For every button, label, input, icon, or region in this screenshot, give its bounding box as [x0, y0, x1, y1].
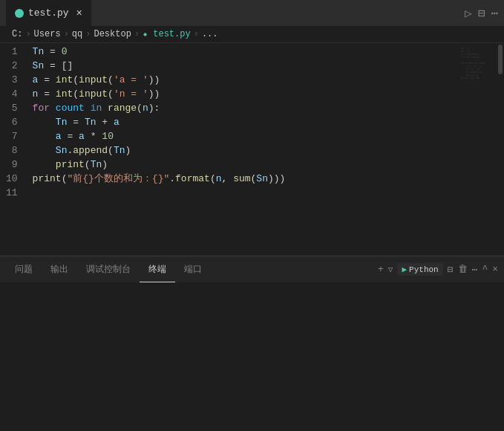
breadcrumb-item[interactable]: C: [12, 29, 22, 39]
run-icon[interactable]: ▷ [465, 6, 472, 21]
breadcrumb-item[interactable]: qq [72, 29, 82, 39]
code-line: n = int(input('n = ')) [33, 87, 459, 101]
code-editor[interactable]: Tn = 0Sn = []a = int(input('a = '))n = i… [27, 43, 459, 256]
panel-tab-problems[interactable]: 问题 [6, 256, 42, 282]
code-line: print("前{}个数的和为：{}".format(n, sum(Sn))) [33, 172, 459, 186]
split-editor-icon[interactable]: ⊟ [478, 6, 485, 21]
line-number: 6 [6, 115, 18, 129]
file-icon [15, 9, 24, 18]
python-icon: ▶ [402, 265, 407, 274]
panel-tabs: 问题 输出 调试控制台 终端 端口 + ▽ ▶ Python ⊟ 🗑 ⋯ ^ × [0, 256, 504, 282]
line-number: 1 [6, 45, 18, 59]
code-line: Tn = Tn + a [33, 115, 459, 129]
panel-delete-icon[interactable]: 🗑 [458, 264, 468, 275]
breadcrumb-sep: › [64, 29, 69, 39]
breadcrumb-item[interactable]: Desktop [94, 29, 131, 39]
breadcrumb-item[interactable]: ⬥ test.py [143, 29, 191, 39]
breadcrumb-sep: › [134, 29, 140, 39]
panel-tab-ports[interactable]: 端口 [175, 256, 211, 282]
line-number: 4 [6, 87, 18, 101]
scrollbar-thumb[interactable] [498, 45, 503, 74]
breadcrumb-sep: › [194, 29, 199, 39]
code-line: a = int(input('a = ')) [33, 73, 459, 87]
panel-tab-debug[interactable]: 调试控制台 [77, 256, 140, 282]
panel-up-icon[interactable]: ^ [482, 264, 488, 275]
panel-body [0, 282, 504, 431]
panel-more-icon[interactable]: ⋯ [472, 264, 478, 276]
line-numbers: 1234567891011 [0, 43, 27, 256]
code-line: a = a * 10 [33, 129, 459, 143]
panel-tab-terminal[interactable]: 终端 [140, 256, 175, 282]
code-line: Sn.append(Tn) [33, 143, 459, 158]
vertical-scrollbar[interactable] [497, 43, 504, 256]
title-bar: test.py × ▷ ⊟ ⋯ [0, 0, 504, 26]
code-line: print(Tn) [33, 158, 459, 172]
panel: 问题 输出 调试控制台 终端 端口 + ▽ ▶ Python ⊟ 🗑 ⋯ ^ × [0, 256, 504, 431]
new-terminal-icon[interactable]: + [378, 264, 384, 275]
title-bar-actions: ▷ ⊟ ⋯ [465, 6, 498, 21]
panel-tab-actions: + ▽ ▶ Python ⊟ 🗑 ⋯ ^ × [378, 263, 498, 276]
editor-area: 1234567891011 Tn = 0Sn = []a = int(input… [0, 43, 504, 256]
breadcrumb-sep: › [25, 29, 30, 39]
line-number: 7 [6, 129, 18, 143]
breadcrumb-item[interactable]: ... [202, 29, 218, 39]
tab-close-button[interactable]: × [76, 7, 82, 19]
minimap-content: Tn = 0 Sn = [] a = int(input( n = int(in… [459, 43, 497, 85]
panel-split-icon[interactable]: ⊟ [448, 264, 454, 276]
code-line: Tn = 0 [33, 45, 459, 59]
line-number: 9 [6, 158, 18, 172]
panel-tab-output[interactable]: 输出 [42, 256, 77, 282]
breadcrumb: C: › Users › qq › Desktop › ⬥ test.py › … [0, 26, 504, 43]
editor-tab[interactable]: test.py × [6, 0, 91, 26]
code-line: Sn = [] [33, 59, 459, 73]
panel-close-icon[interactable]: × [492, 264, 498, 275]
more-actions-icon[interactable]: ⋯ [491, 6, 498, 21]
line-number: 11 [6, 186, 18, 200]
line-number: 10 [6, 172, 18, 186]
code-line: for count in range(n): [33, 101, 459, 115]
split-terminal-icon[interactable]: ▽ [388, 265, 393, 274]
line-number: 3 [6, 73, 18, 87]
breadcrumb-sep: › [85, 29, 91, 39]
line-number: 2 [6, 59, 18, 73]
minimap: Tn = 0 Sn = [] a = int(input( n = int(in… [459, 43, 497, 256]
breadcrumb-item[interactable]: Users [34, 29, 61, 39]
python-badge[interactable]: ▶ Python [397, 263, 442, 276]
line-number: 8 [6, 143, 18, 158]
tab-filename: test.py [28, 7, 69, 19]
line-number: 5 [6, 101, 18, 115]
